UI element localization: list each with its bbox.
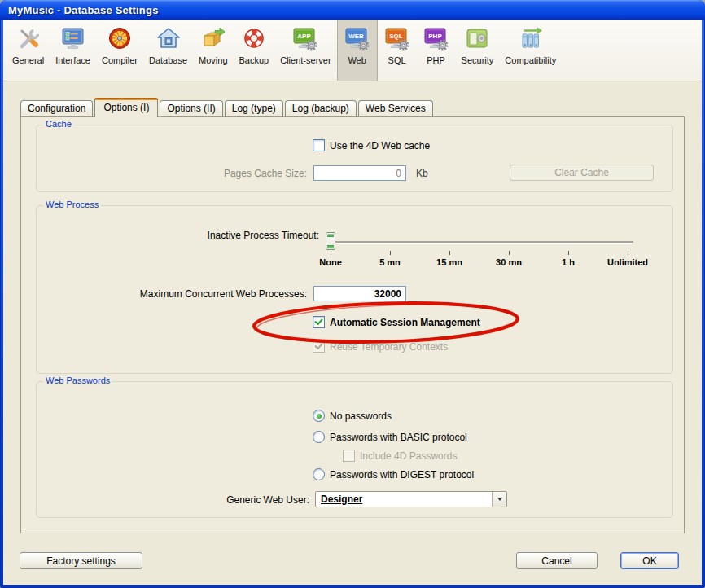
tab-configuration[interactable]: Configuration: [20, 100, 93, 116]
toolbar-item-compiler[interactable]: Compiler: [96, 20, 143, 81]
toolbar-item-security[interactable]: Security: [456, 20, 500, 81]
checkbox-box: [343, 450, 355, 462]
include-4d-passwords-label: Include 4D Passwords: [360, 450, 457, 462]
reuse-temporary-contexts-label: Reuse Temporary Contexts: [330, 341, 448, 353]
clear-cache-button: Clear Cache: [510, 165, 654, 181]
slider-label-5mn: 5 mn: [361, 257, 418, 267]
toolbar-label-web: Web: [348, 55, 366, 65]
tab-web-services[interactable]: Web Services: [358, 100, 433, 116]
tab-options-2[interactable]: Options (II): [160, 100, 222, 116]
svg-text:APP: APP: [298, 33, 312, 40]
radio-circle: [313, 410, 325, 422]
digest-protocol-radio[interactable]: Passwords with DIGEST protocol: [313, 468, 474, 480]
ok-button[interactable]: OK: [620, 552, 679, 569]
slider-tick: [449, 251, 450, 255]
toolbar-item-client-server[interactable]: APP Client-server: [274, 20, 336, 81]
timeout-slider-thumb[interactable]: [326, 232, 335, 250]
toolbar-label-compatibility: Compatibility: [505, 55, 556, 65]
digest-protocol-label: Passwords with DIGEST protocol: [330, 469, 474, 480]
automatic-session-management-checkbox[interactable]: Automatic Session Management: [313, 316, 480, 328]
window-title: MyMusic - Database Settings: [8, 4, 159, 16]
generic-web-user-dropdown[interactable]: Designer: [315, 491, 507, 507]
include-4d-passwords-checkbox: Include 4D Passwords: [343, 450, 457, 462]
tab-options-1[interactable]: Options (I): [94, 98, 158, 117]
pages-cache-size-label: Pages Cache Size:: [175, 168, 307, 179]
timeout-slider-track[interactable]: [326, 241, 633, 243]
slider-label-unlimited: Unlimited: [599, 257, 656, 267]
checkbox-box: [313, 340, 325, 353]
toolbar-item-general[interactable]: General: [7, 20, 50, 81]
toolbar-label-php: PHP: [427, 55, 445, 65]
slider-tick: [568, 251, 569, 255]
basic-protocol-label: Passwords with BASIC protocol: [330, 432, 467, 443]
toolbar-label-client-server: Client-server: [280, 55, 331, 65]
factory-settings-button[interactable]: Factory settings: [20, 552, 142, 569]
use-4d-web-cache-checkbox[interactable]: Use the 4D Web cache: [313, 139, 430, 151]
tab-log-type[interactable]: Log (type): [225, 100, 283, 116]
toolbar-item-web-selected[interactable]: WEB Web: [337, 20, 378, 81]
interface-monitor-icon: [59, 25, 87, 53]
toolbar-label-compiler: Compiler: [102, 55, 138, 65]
automatic-session-management-label: Automatic Session Management: [330, 317, 480, 328]
toolbar-item-interface[interactable]: Interface: [50, 20, 96, 81]
toolbar-label-interface: Interface: [55, 55, 90, 65]
titlebar[interactable]: MyMusic - Database Settings: [0, 0, 705, 20]
no-passwords-radio[interactable]: No passwords: [313, 410, 392, 422]
svg-text:WEB: WEB: [348, 33, 364, 40]
moving-box-icon: [199, 25, 227, 53]
max-concurrent-web-processes-input[interactable]: [313, 286, 406, 301]
compiler-turbine-icon: [106, 25, 134, 53]
toolbar-label-moving: Moving: [199, 55, 227, 65]
radio-circle: [313, 431, 325, 443]
settings-tab-bar: Configuration Options (I) Options (II) L…: [20, 98, 435, 116]
basic-protocol-radio[interactable]: Passwords with BASIC protocol: [313, 431, 467, 443]
settings-toolbar: General Interface: [3, 20, 702, 81]
pages-cache-size-input: [313, 165, 406, 181]
radio-circle: [313, 468, 325, 480]
lifebuoy-icon: [240, 25, 268, 53]
max-concurrent-web-processes-label: Maximum Concurrent Web Processes:: [134, 288, 307, 300]
sql-monitor-icon: SQL: [383, 25, 411, 53]
generic-web-user-value: Designer: [316, 494, 492, 505]
slider-label-1h: 1 h: [540, 257, 597, 267]
checkbox-box: [313, 316, 325, 328]
toolbar-item-database[interactable]: Database: [143, 20, 193, 81]
cache-group-label: Cache: [43, 119, 74, 129]
toolbar-label-backup: Backup: [239, 55, 269, 65]
options-1-panel: Cache Use the 4D Web cache Pages Cache S…: [20, 116, 685, 533]
inactive-process-timeout-label: Inactive Process Timeout:: [151, 230, 319, 241]
web-passwords-group-label: Web Passwords: [43, 375, 112, 385]
toolbar-item-compatibility[interactable]: Compatibility: [499, 20, 562, 81]
kb-unit-label: Kb: [416, 168, 428, 179]
toolbar-item-moving[interactable]: Moving: [193, 20, 233, 81]
web-monitor-icon: WEB: [344, 25, 371, 53]
toolbar-item-sql[interactable]: SQL SQL: [378, 20, 417, 81]
svg-text:PHP: PHP: [428, 33, 442, 40]
toolbar-item-backup[interactable]: Backup: [234, 20, 275, 81]
web-process-group-label: Web Process: [43, 200, 101, 209]
dialog-client-area: General Interface: [3, 20, 702, 585]
checkbox-box: [313, 139, 325, 151]
cache-group: Cache Use the 4D Web cache Pages Cache S…: [36, 125, 673, 192]
toolbar-label-database: Database: [149, 55, 187, 65]
tab-log-backup[interactable]: Log (backup): [285, 100, 357, 116]
toolbar-item-php[interactable]: PHP Security PHP: [417, 20, 456, 81]
slider-tick: [390, 251, 391, 255]
safe-icon: [463, 25, 491, 53]
generic-web-user-label: Generic Web User:: [167, 494, 309, 506]
app-server-monitor-icon: APP: [291, 25, 319, 53]
toolbar-label-security: Security: [462, 55, 494, 65]
slider-label-30mn: 30 mn: [480, 257, 537, 267]
web-passwords-group: Web Passwords No passwords Passwords wit…: [36, 381, 673, 518]
slider-tick: [331, 251, 331, 255]
database-settings-dialog: MyMusic - Database Settings General: [0, 0, 705, 588]
slider-label-none: None: [302, 257, 359, 267]
chevron-down-icon[interactable]: [492, 492, 506, 507]
toolbar-label-sql: SQL: [388, 55, 406, 65]
tools-icon: [15, 25, 42, 53]
svg-text:SQL: SQL: [389, 33, 403, 40]
slider-tick: [628, 251, 628, 255]
php-monitor-icon: PHP: [423, 25, 450, 53]
use-4d-web-cache-label: Use the 4D Web cache: [330, 140, 430, 151]
cancel-button[interactable]: Cancel: [516, 552, 598, 569]
